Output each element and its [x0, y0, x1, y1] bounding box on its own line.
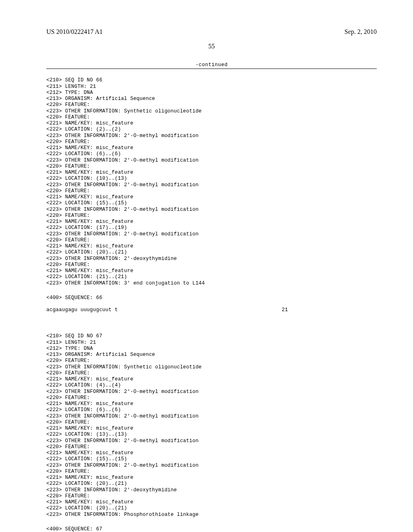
- seq66-l29: <222> LOCATION: (20)..(21): [46, 249, 127, 255]
- seq66-l34: <223> OTHER INFORMATION: 3' end conjugat…: [46, 281, 205, 286]
- seq66-l15: <220> FEATURE:: [46, 164, 90, 169]
- page-header: US 2010/0222417 A1 Sep. 2, 2010: [46, 28, 377, 35]
- seq67-l4: <213> ORGANISM: Artificial Sequence: [46, 352, 155, 357]
- seq67-l31: <400> SEQUENCE: 67: [46, 526, 102, 532]
- seq66-l20: <221> NAME/KEY: misc_feature: [46, 194, 133, 200]
- seq66-l12: <221> NAME/KEY: misc_feature: [46, 145, 133, 151]
- seq67-l29: <222> LOCATION: (20)..(21): [46, 505, 127, 511]
- seq66-l14: <223> OTHER INFORMATION: 2'-O-methyl mod…: [46, 158, 198, 163]
- seq66-l13: <222> LOCATION: (6)..(6): [46, 151, 121, 157]
- seq66-l30: <223> OTHER INFORMATION: 2'-deoxythymidi…: [46, 256, 177, 262]
- seq67-l14: <223> OTHER INFORMATION: 2'-O-methyl mod…: [46, 414, 198, 419]
- seq66-l11: <220> FEATURE:: [46, 139, 90, 145]
- sequence-listing-67: <210> SEQ ID NO 67 <211> LENGTH: 21 <212…: [46, 327, 377, 518]
- seq66-l18: <223> OTHER INFORMATION: 2'-O-methyl mod…: [46, 182, 198, 188]
- top-rule: [46, 69, 377, 69]
- seq67-l11: <220> FEATURE:: [46, 395, 90, 401]
- seq67-l13: <222> LOCATION: (6)..(6): [46, 407, 121, 413]
- continued-label: -continued: [46, 62, 377, 68]
- seq67-l25: <222> LOCATION: (20)..(21): [46, 481, 127, 486]
- seq66-l1: <210> SEQ ID NO 66: [46, 77, 102, 83]
- seq66-l9: <222> LOCATION: (2)..(2): [46, 127, 121, 132]
- seq66-l19: <220> FEATURE:: [46, 188, 90, 194]
- seq67-l12: <221> NAME/KEY: misc_feature: [46, 401, 133, 407]
- seq66-l26: <223> OTHER INFORMATION: 2'-O-methyl mod…: [46, 231, 198, 237]
- seq66-l5: <220> FEATURE:: [46, 102, 90, 108]
- seq66-l10: <223> OTHER INFORMATION: 2'-O-methyl mod…: [46, 133, 198, 139]
- seq67-l18: <223> OTHER INFORMATION: 2'-O-methyl mod…: [46, 438, 198, 444]
- seq66-l17: <222> LOCATION: (10)..(13): [46, 176, 127, 181]
- page-container: US 2010/0222417 A1 Sep. 2, 2010 55 -cont…: [0, 0, 413, 532]
- seq67-l30: <223> OTHER INFORMATION: Phosphorothioat…: [46, 512, 198, 517]
- seq66-l24: <221> NAME/KEY: misc_feature: [46, 219, 133, 224]
- seq67-l27: <220> FEATURE:: [46, 493, 90, 499]
- seq66-l23: <220> FEATURE:: [46, 213, 90, 218]
- seq67-l26: <223> OTHER INFORMATION: 2'-deoxythymidi…: [46, 487, 177, 493]
- seq66-l6: <223> OTHER INFORMATION: Synthetic oligo…: [46, 108, 202, 114]
- seq66-l21: <222> LOCATION: (15)..(15): [46, 200, 127, 206]
- seq66-l7: <220> FEATURE:: [46, 114, 90, 120]
- seq67-l19: <220> FEATURE:: [46, 444, 90, 450]
- seq66-sequence-row: acgaaugagu uuugugcuut t 21: [46, 307, 377, 313]
- seq67-l16: <221> NAME/KEY: misc_feature: [46, 426, 133, 431]
- seq67-l22: <223> OTHER INFORMATION: 2'-O-methyl mod…: [46, 463, 198, 468]
- seq67-l1: <210> SEQ ID NO 67: [46, 333, 102, 339]
- seq66-l3: <212> TYPE: DNA: [46, 90, 93, 96]
- seq67-l20: <221> NAME/KEY: misc_feature: [46, 450, 133, 456]
- seq66-sequence: acgaaugagu uuugugcuut t: [46, 307, 118, 313]
- seq67-l24: <221> NAME/KEY: misc_feature: [46, 475, 133, 480]
- seq67-l15: <220> FEATURE:: [46, 420, 90, 425]
- seq66-l33: <222> LOCATION: (21)..(21): [46, 274, 127, 280]
- seq67-l3: <212> TYPE: DNA: [46, 346, 93, 351]
- seq67-l10: <223> OTHER INFORMATION: 2'-O-methyl mod…: [46, 389, 198, 395]
- seq67-l9: <222> LOCATION: (4)..(4): [46, 382, 121, 388]
- seq67-l17: <222> LOCATION: (13)..(13): [46, 432, 127, 437]
- seq67-l2: <211> LENGTH: 21: [46, 340, 96, 345]
- sequence-listing: <210> SEQ ID NO 66 <211> LENGTH: 21 <212…: [46, 71, 377, 287]
- seq66-l8: <221> NAME/KEY: misc_feature: [46, 121, 133, 126]
- seq66-l16: <221> NAME/KEY: misc_feature: [46, 170, 133, 175]
- seq67-l23: <220> FEATURE:: [46, 469, 90, 474]
- seq66-l27: <220> FEATURE:: [46, 237, 90, 243]
- page-number: 55: [46, 43, 377, 50]
- seq66-l31: <220> FEATURE:: [46, 262, 90, 268]
- seq66-length: 21: [282, 307, 288, 313]
- seq66-l2: <211> LENGTH: 21: [46, 84, 96, 89]
- seq67-marker: <400> SEQUENCE: 67: [46, 526, 377, 532]
- seq66-l25: <222> LOCATION: (17)..(19): [46, 225, 127, 231]
- publication-date: Sep. 2, 2010: [344, 28, 377, 35]
- seq66-l4: <213> ORGANISM: Artificial Sequence: [46, 96, 155, 102]
- seq66-l28: <221> NAME/KEY: misc_feature: [46, 243, 133, 249]
- publication-number: US 2010/0222417 A1: [46, 28, 103, 35]
- seq67-l8: <221> NAME/KEY: misc_feature: [46, 376, 133, 382]
- seq67-l21: <222> LOCATION: (15)..(15): [46, 456, 127, 462]
- seq66-l32: <221> NAME/KEY: misc_feature: [46, 268, 133, 274]
- seq66-l22: <223> OTHER INFORMATION: 2'-O-methyl mod…: [46, 207, 198, 212]
- seq67-l5: <220> FEATURE:: [46, 358, 90, 364]
- seq67-l28: <221> NAME/KEY: misc_feature: [46, 499, 133, 505]
- seq66-l35: <400> SEQUENCE: 66: [46, 295, 102, 301]
- seq66-marker: <400> SEQUENCE: 66: [46, 295, 377, 301]
- seq67-l6: <223> OTHER INFORMATION: Synthetic oligo…: [46, 364, 202, 370]
- seq67-l7: <220> FEATURE:: [46, 370, 90, 376]
